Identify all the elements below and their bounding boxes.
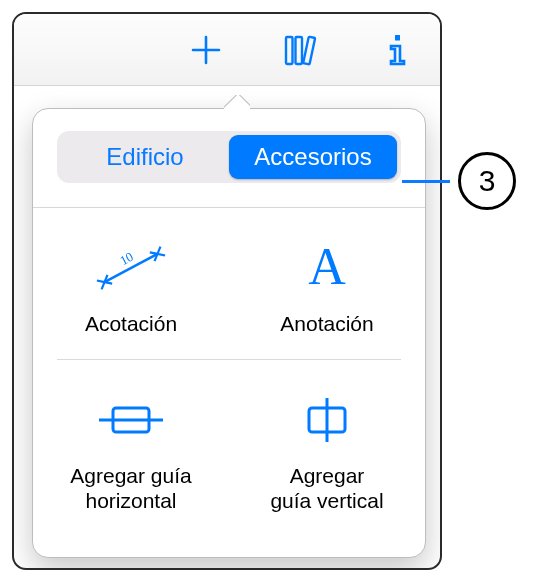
item-label: Agregarguía vertical <box>270 464 383 514</box>
svg-rect-0 <box>286 37 293 64</box>
segment-edificio[interactable]: Edificio <box>61 135 229 179</box>
info-button[interactable] <box>376 28 420 72</box>
info-icon <box>383 33 413 67</box>
callout-leader-line <box>402 180 450 183</box>
add-popover: Edificio Accesorios 10 <box>32 108 426 558</box>
item-guia-horizontal[interactable]: Agregar guíahorizontal <box>33 360 229 536</box>
item-label: Acotación <box>85 312 177 337</box>
svg-text:A: A <box>308 240 346 295</box>
item-anotacion[interactable]: A Anotación <box>229 208 425 359</box>
segmented-control: Edificio Accesorios <box>57 131 401 183</box>
app-window: Edificio Accesorios 10 <box>12 12 442 570</box>
item-acotacion[interactable]: 10 Acotación <box>33 208 229 359</box>
toolbar <box>14 14 440 86</box>
accessory-grid-2: Agregar guíahorizontal Agregarguía verti… <box>33 360 425 536</box>
svg-text:10: 10 <box>117 249 136 268</box>
item-label: Anotación <box>280 312 373 337</box>
popover-body: Edificio Accesorios 10 <box>32 108 426 558</box>
accessory-grid: 10 Acotación A Anotación <box>33 208 425 359</box>
annotation-icon: A <box>299 238 355 298</box>
callout: 3 <box>402 152 516 210</box>
add-button[interactable] <box>184 28 228 72</box>
horizontal-guide-icon <box>97 390 165 450</box>
library-button[interactable] <box>280 28 324 72</box>
svg-rect-3 <box>395 35 400 41</box>
books-icon <box>284 33 320 67</box>
dimension-icon: 10 <box>95 238 167 298</box>
popover-arrow <box>224 95 250 109</box>
plus-icon <box>190 34 222 66</box>
callout-badge: 3 <box>458 152 516 210</box>
item-label: Agregar guíahorizontal <box>70 464 191 514</box>
svg-rect-2 <box>303 36 315 64</box>
vertical-guide-icon <box>293 390 361 450</box>
segment-accesorios[interactable]: Accesorios <box>229 135 397 179</box>
item-guia-vertical[interactable]: Agregarguía vertical <box>229 360 425 536</box>
svg-rect-1 <box>296 37 303 64</box>
callout-number: 3 <box>479 164 496 198</box>
